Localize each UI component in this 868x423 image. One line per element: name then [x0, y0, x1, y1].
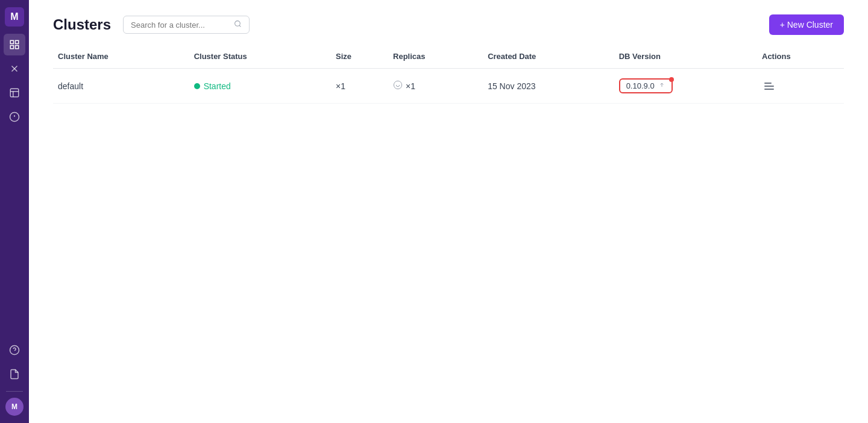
- col-actions: Actions: [757, 45, 844, 69]
- status-text: Started: [204, 81, 231, 91]
- sidebar-item-tags[interactable]: [4, 58, 25, 80]
- replicas-count: ×1: [406, 81, 415, 91]
- actions-button[interactable]: [762, 80, 776, 92]
- sidebar-bottom: M: [4, 339, 25, 416]
- sidebar-item-collections[interactable]: [4, 82, 25, 104]
- actions-icon: [764, 83, 774, 90]
- cell-replicas: ×1: [388, 69, 483, 104]
- sidebar-item-docs[interactable]: [4, 363, 25, 385]
- col-cluster-name: Cluster Name: [53, 45, 189, 69]
- upgrade-dot: [669, 77, 674, 82]
- clusters-table: Cluster Name Cluster Status Size Replica…: [53, 45, 844, 104]
- sidebar-item-dashboard[interactable]: [4, 34, 25, 55]
- table-container: Cluster Name Cluster Status Size Replica…: [29, 45, 868, 423]
- svg-point-16: [394, 81, 401, 89]
- upgrade-icon: [658, 81, 665, 90]
- col-replicas: Replicas: [388, 45, 483, 69]
- col-db-version: DB Version: [614, 45, 757, 69]
- svg-line-15: [239, 25, 241, 27]
- sidebar: M: [0, 0, 29, 423]
- svg-rect-0: [10, 40, 13, 43]
- sidebar-avatar[interactable]: M: [5, 398, 24, 416]
- cell-db-version: 0.10.9.0: [614, 69, 757, 104]
- sidebar-item-alerts[interactable]: [4, 106, 25, 128]
- cell-cluster-status: Started: [189, 69, 331, 104]
- page-header: Clusters + New Cluster: [29, 0, 868, 45]
- svg-rect-3: [10, 46, 13, 49]
- col-cluster-status: Cluster Status: [189, 45, 331, 69]
- sidebar-divider: [6, 391, 23, 392]
- search-box: [123, 16, 250, 34]
- cell-cluster-name: default: [53, 69, 189, 104]
- replica-icon: [393, 80, 403, 92]
- col-size: Size: [331, 45, 388, 69]
- cell-created-date: 15 Nov 2023: [483, 69, 614, 104]
- svg-rect-6: [10, 89, 19, 97]
- svg-rect-2: [16, 46, 19, 49]
- main-content: Clusters + New Cluster Cluster Name Clus…: [29, 0, 868, 423]
- page-title: Clusters: [53, 16, 111, 33]
- status-dot: [194, 83, 200, 89]
- svg-rect-1: [16, 40, 19, 43]
- cell-actions: [757, 69, 844, 104]
- search-input[interactable]: [131, 20, 230, 30]
- db-version-badge[interactable]: 0.10.9.0: [619, 78, 673, 93]
- db-version-text: 0.10.9.0: [626, 81, 655, 90]
- cell-size: ×1: [331, 69, 388, 104]
- sidebar-item-help[interactable]: [4, 339, 25, 361]
- sidebar-logo[interactable]: M: [5, 7, 24, 27]
- svg-point-14: [235, 21, 241, 27]
- table-row: default Started ×1: [53, 69, 844, 104]
- new-cluster-button[interactable]: + New Cluster: [769, 14, 844, 35]
- search-icon: [234, 20, 242, 30]
- col-created-date: Created Date: [483, 45, 614, 69]
- table-header-row: Cluster Name Cluster Status Size Replica…: [53, 45, 844, 69]
